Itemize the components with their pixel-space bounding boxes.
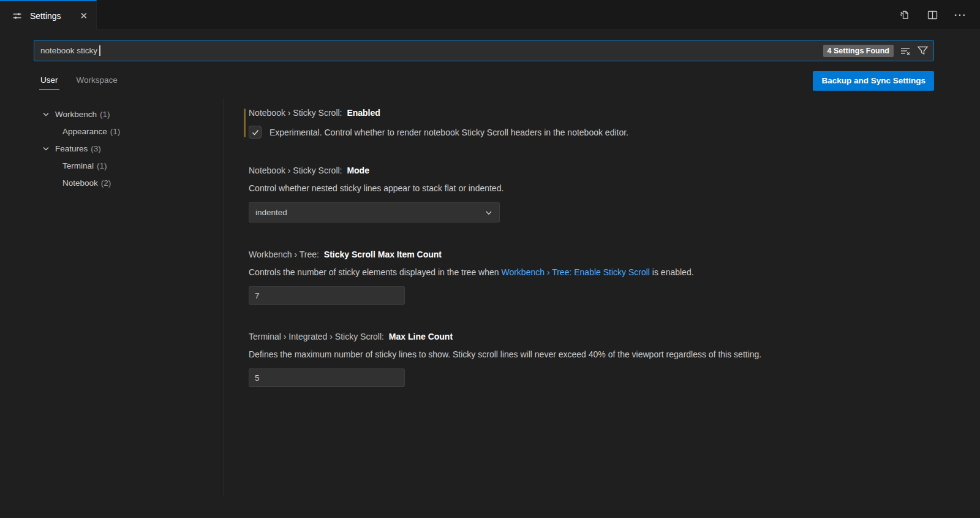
chevron-down-icon xyxy=(42,144,51,153)
settings-sliders-icon xyxy=(10,9,24,23)
settings-header: User Workspace Backup and Sync Settings xyxy=(0,69,980,92)
setting-title: Notebook › Sticky Scroll: Enabled xyxy=(249,108,980,118)
close-icon[interactable]: ✕ xyxy=(77,10,90,21)
setting-title: Workbench › Tree: Sticky Scroll Max Item… xyxy=(249,249,980,259)
mode-select-dropdown[interactable]: indented xyxy=(249,202,500,223)
toc-item-workbench[interactable]: Workbench (1) xyxy=(34,105,223,123)
tab-settings[interactable]: Settings ✕ xyxy=(0,0,97,30)
setting-title: Notebook › Sticky Scroll: Mode xyxy=(249,166,980,175)
settings-toc: Workbench (1) Appearance (1) Features (3… xyxy=(34,98,224,496)
text-cursor xyxy=(99,45,100,56)
scope-tabs: User Workspace xyxy=(34,72,119,90)
editor-tab-bar: Settings ✕ ⋯ xyxy=(0,0,980,30)
search-row: notebook sticky 4 Settings Found xyxy=(0,30,980,61)
chevron-down-icon xyxy=(484,208,493,217)
selected-option: indented xyxy=(255,208,287,217)
setting-description: Defines the maximum number of sticky lin… xyxy=(249,349,980,359)
settings-search-input[interactable]: notebook sticky 4 Settings Found xyxy=(34,40,934,61)
setting-terminal-sticky-scroll-max-line-count: Terminal › Integrated › Sticky Scroll: M… xyxy=(249,332,980,387)
search-value: notebook sticky xyxy=(40,46,97,55)
toc-item-features[interactable]: Features (3) xyxy=(34,140,223,157)
setting-description: Experimental. Control whether to render … xyxy=(270,128,628,137)
max-item-count-input[interactable] xyxy=(249,286,405,305)
tab-user[interactable]: User xyxy=(39,72,59,90)
open-settings-json-icon[interactable] xyxy=(897,7,911,22)
tab-workspace[interactable]: Workspace xyxy=(75,72,119,90)
tab-label: Settings xyxy=(30,11,72,21)
toc-item-appearance[interactable]: Appearance (1) xyxy=(34,123,223,140)
results-count-badge: 4 Settings Found xyxy=(823,45,894,57)
setting-title: Terminal › Integrated › Sticky Scroll: M… xyxy=(249,332,980,341)
setting-notebook-sticky-scroll-enabled: Notebook › Sticky Scroll: Enabled Experi… xyxy=(249,108,980,139)
settings-content: Workbench (1) Appearance (1) Features (3… xyxy=(0,98,980,496)
setting-checkbox[interactable] xyxy=(249,126,262,139)
setting-description: Control whether nested sticky lines appe… xyxy=(249,183,980,193)
max-line-count-input[interactable] xyxy=(249,368,405,387)
backup-sync-button[interactable]: Backup and Sync Settings xyxy=(813,71,934,91)
toc-item-notebook[interactable]: Notebook (2) xyxy=(34,174,223,191)
setting-description: Controls the number of sticky elements d… xyxy=(249,267,980,277)
setting-tree-sticky-scroll-max-item-count: Workbench › Tree: Sticky Scroll Max Item… xyxy=(249,249,980,305)
filter-icon[interactable] xyxy=(917,45,929,56)
more-actions-icon[interactable]: ⋯ xyxy=(953,7,968,22)
clear-search-icon[interactable] xyxy=(900,45,911,56)
toc-item-terminal[interactable]: Terminal (1) xyxy=(34,157,223,174)
setting-link[interactable]: Workbench › Tree: Enable Sticky Scroll xyxy=(501,267,650,277)
chevron-down-icon xyxy=(42,110,51,118)
setting-notebook-sticky-scroll-mode: Notebook › Sticky Scroll: Mode Control w… xyxy=(249,166,980,223)
editor-actions: ⋯ xyxy=(97,0,980,30)
settings-list: Notebook › Sticky Scroll: Enabled Experi… xyxy=(224,98,980,496)
split-editor-icon[interactable] xyxy=(925,7,940,22)
